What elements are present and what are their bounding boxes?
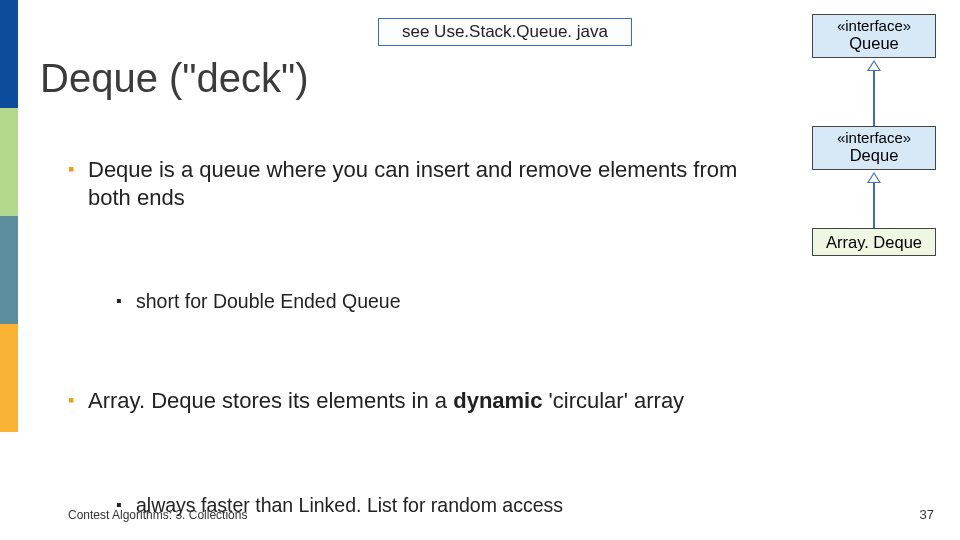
page-number: 37 — [920, 507, 934, 522]
uml-box-queue-interface: «interface» Queue — [812, 14, 936, 58]
text-bold-dynamic: dynamic — [453, 388, 542, 413]
accent-segment — [0, 324, 18, 432]
slide-title: Deque ("deck") — [40, 56, 309, 101]
text-fragment: Array. Deque stores its elements in a — [88, 388, 453, 413]
uml-box-deque-interface: «interface» Deque — [812, 126, 936, 170]
slide: see Use.Stack.Queue. java Deque ("deck")… — [0, 0, 960, 540]
uml-inherit-arrow-icon — [867, 60, 881, 126]
footer-text: Contest Algorithms: 3. Collections — [68, 508, 247, 522]
bullet-arraydeque-storage: Array. Deque stores its elements in a dy… — [68, 387, 768, 415]
uml-stereotype: «interface» — [813, 17, 935, 34]
uml-name: Array. Deque — [813, 233, 935, 252]
accent-segment — [0, 108, 18, 216]
bullet-deque-shortfor: short for Double Ended Queue — [116, 289, 776, 313]
accent-segment — [0, 216, 18, 324]
accent-bar — [0, 0, 18, 540]
uml-stereotype: «interface» — [813, 129, 935, 146]
bullet-deque-definition: Deque is a queue where you can insert an… — [68, 156, 768, 211]
accent-segment — [0, 0, 18, 108]
uml-box-arraydeque-class: Array. Deque — [812, 228, 936, 256]
uml-name: Deque — [813, 146, 935, 165]
text-fragment: 'circular' array — [542, 388, 684, 413]
uml-name: Queue — [813, 34, 935, 53]
accent-segment — [0, 432, 18, 540]
uml-inherit-arrow-icon — [867, 172, 881, 228]
see-reference-box: see Use.Stack.Queue. java — [378, 18, 632, 46]
